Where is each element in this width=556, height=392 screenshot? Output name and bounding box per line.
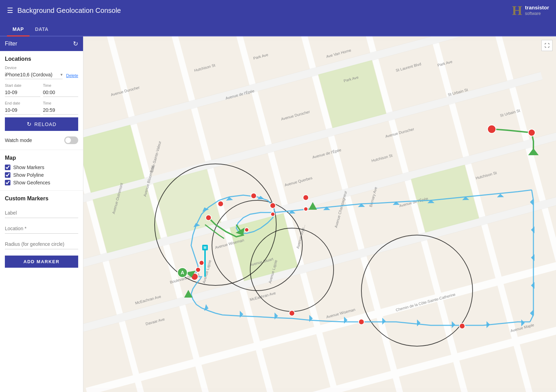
tab-map[interactable]: MAP: [7, 23, 30, 36]
svg-point-99: [271, 212, 275, 216]
svg-point-96: [218, 201, 223, 207]
reload-button[interactable]: ↻ RELOAD: [5, 117, 78, 131]
svg-point-106: [459, 323, 465, 329]
watch-mode-row: Watch mode: [5, 134, 78, 147]
svg-point-105: [359, 319, 364, 325]
svg-point-103: [488, 125, 496, 133]
svg-point-93: [196, 267, 201, 272]
map-area: Park Ave Park Ave Park Ave Hutchison St …: [83, 36, 556, 392]
tab-data[interactable]: DATA: [30, 23, 54, 36]
end-date-row: End date Time: [5, 101, 78, 115]
device-value: iPhone10,6 (Cordova): [5, 72, 52, 77]
show-polyline-row[interactable]: Show Polyline: [5, 172, 78, 178]
end-date-group: End date: [5, 101, 40, 115]
end-time-label: Time: [43, 101, 79, 105]
radius-input[interactable]: [5, 239, 78, 249]
header: ☰ Background Geolocation Console H trans…: [0, 0, 556, 21]
start-time-input[interactable]: [43, 88, 79, 97]
locations-title: Locations: [5, 56, 78, 62]
filter-title: Filter: [5, 41, 17, 47]
custom-markers-section: Custom Markers ADD MARKER: [0, 191, 83, 270]
watch-mode-label: Watch mode: [5, 137, 32, 143]
header-left: ☰ Background Geolocation Console: [7, 6, 121, 15]
toggle-slider: [64, 136, 78, 144]
device-select-row[interactable]: iPhone10,6 (Cordova) ▾: [5, 70, 63, 79]
start-date-input[interactable]: [5, 88, 40, 97]
map-svg: Park Ave Park Ave Park Ave Hutchison St …: [83, 36, 556, 392]
svg-point-102: [304, 207, 308, 211]
svg-point-101: [303, 195, 309, 200]
location-input[interactable]: [5, 224, 78, 234]
svg-point-100: [245, 228, 249, 232]
sidebar: Filter ↻ Locations Device iPhone10,6 (Co…: [0, 36, 83, 392]
svg-text:A: A: [181, 270, 184, 275]
reload-icon: ↻: [27, 121, 32, 127]
end-date-label: End date: [5, 101, 40, 105]
show-polyline-checkbox[interactable]: [5, 172, 10, 178]
show-markers-row[interactable]: Show Markers: [5, 165, 78, 170]
svg-text:M: M: [204, 246, 206, 250]
start-time-group: Time: [43, 83, 79, 97]
end-date-input[interactable]: [5, 106, 40, 115]
show-markers-label: Show Markers: [13, 165, 44, 170]
show-geofences-row[interactable]: Show Geofences: [5, 180, 78, 185]
map-section: Map Show Markers Show Polyline Show Geof…: [0, 150, 83, 191]
delete-link[interactable]: Delete: [66, 73, 78, 78]
logo-text: transistor software: [525, 4, 549, 16]
start-date-label: Start date: [5, 83, 40, 87]
svg-point-95: [206, 215, 211, 220]
device-label: Device: [5, 66, 63, 70]
dropdown-arrow-icon: ▾: [60, 72, 63, 77]
refresh-icon[interactable]: ↻: [73, 40, 78, 48]
svg-point-94: [199, 260, 204, 265]
svg-point-97: [251, 193, 256, 199]
main: Filter ↻ Locations Device iPhone10,6 (Co…: [0, 36, 556, 392]
reload-label: RELOAD: [34, 122, 57, 127]
add-marker-label: ADD MARKER: [24, 259, 60, 264]
filter-header: Filter ↻: [0, 36, 83, 51]
start-time-label: Time: [43, 83, 79, 87]
logo: H transistor software: [512, 3, 549, 18]
start-date-group: Start date: [5, 83, 40, 97]
locations-section: Locations Device iPhone10,6 (Cordova) ▾ …: [0, 51, 83, 150]
end-time-input[interactable]: [43, 106, 79, 115]
show-geofences-label: Show Geofences: [13, 180, 50, 185]
hamburger-icon[interactable]: ☰: [7, 6, 13, 15]
tabbar: MAP DATA: [0, 21, 556, 36]
logo-brand: transistor: [525, 4, 549, 11]
header-title: Background Geolocation Console: [17, 7, 121, 15]
logo-sub: software: [525, 11, 549, 17]
fullscreen-button[interactable]: ⛶: [541, 40, 553, 51]
logo-symbol: H: [512, 3, 522, 18]
svg-point-104: [528, 129, 535, 136]
show-polyline-label: Show Polyline: [13, 172, 44, 178]
start-date-row: Start date Time: [5, 83, 78, 97]
add-marker-button[interactable]: ADD MARKER: [5, 256, 78, 268]
watch-mode-toggle[interactable]: [64, 136, 78, 144]
fullscreen-icon: ⛶: [545, 43, 549, 48]
custom-markers-title: Custom Markers: [5, 195, 78, 202]
show-geofences-checkbox[interactable]: [5, 180, 10, 185]
label-input[interactable]: [5, 208, 78, 218]
show-markers-checkbox[interactable]: [5, 165, 10, 170]
svg-point-107: [289, 310, 295, 316]
svg-point-98: [270, 203, 276, 208]
device-row: Device iPhone10,6 (Cordova) ▾ Delete: [5, 66, 78, 79]
map-section-title: Map: [5, 155, 78, 161]
end-time-group: Time: [43, 101, 79, 115]
